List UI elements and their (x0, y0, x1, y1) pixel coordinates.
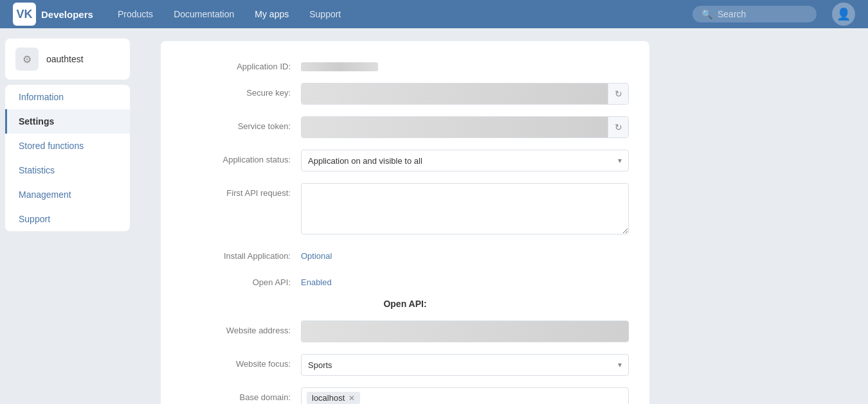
website-focus-row: Website focus: Sports ▾ (181, 354, 629, 376)
application-status-row: Application status: Application on and v… (181, 150, 629, 171)
sidebar-item-stored-functions[interactable]: Stored functions (5, 134, 130, 158)
website-address-value (302, 321, 629, 342)
install-application-row: Install Application: Optional (181, 246, 629, 261)
search-input[interactable] (718, 9, 808, 19)
first-api-request-textarea[interactable] (301, 183, 629, 234)
application-id-row: Application ID: (181, 57, 629, 71)
open-api-label: Open API: (181, 272, 291, 287)
chevron-down-icon: ▾ (618, 156, 622, 165)
secure-key-label: Secure key: (181, 83, 291, 98)
nav-products[interactable]: Products (109, 5, 162, 23)
nav-my-apps[interactable]: My apps (246, 5, 298, 23)
sidebar-nav: Information Settings Stored functions St… (5, 85, 130, 231)
sidebar-item-management[interactable]: Management (5, 182, 130, 207)
secure-key-row: Secure key: ↻ (181, 83, 629, 105)
application-id-value (301, 62, 378, 71)
service-token-refresh-button[interactable]: ↻ (608, 117, 628, 137)
application-id-label: Application ID: (181, 57, 291, 71)
page: ⚙ oauthtest Information Settings Stored … (0, 28, 868, 404)
application-status-label: Application status: (181, 150, 291, 164)
application-status-value: Application on and visible to all (308, 156, 422, 166)
base-domain-row: Base domain: localhost ✕ (181, 387, 629, 404)
header-logo[interactable]: VK Developers (13, 3, 93, 26)
avatar-button[interactable]: 👤 (832, 3, 855, 26)
base-domain-tag: localhost ✕ (307, 392, 360, 404)
base-domain-input[interactable]: localhost ✕ (301, 387, 629, 404)
open-api-row: Open API: Enabled (181, 272, 629, 287)
website-focus-label: Website focus: (181, 354, 291, 369)
install-application-label: Install Application: (181, 246, 291, 261)
vk-icon: VK (13, 3, 36, 26)
base-domain-label: Base domain: (181, 387, 291, 402)
service-token-input-wrapper: ↻ (301, 116, 629, 138)
base-domain-tag-remove[interactable]: ✕ (348, 394, 355, 402)
sidebar-item-settings[interactable]: Settings (5, 109, 130, 134)
service-token-label: Service token: (181, 116, 291, 131)
header-app-name: Developers (41, 9, 93, 20)
secure-key-input-wrapper: ↻ (301, 83, 629, 105)
nav-documentation[interactable]: Documentation (165, 5, 243, 23)
chevron-down-icon: ▾ (618, 360, 622, 369)
application-status-select[interactable]: Application on and visible to all ▾ (301, 150, 629, 171)
search-icon: 🔍 (701, 9, 712, 19)
nav-support[interactable]: Support (300, 5, 350, 23)
header-nav: Products Documentation My apps Support (109, 5, 677, 23)
sidebar-item-statistics[interactable]: Statistics (5, 158, 130, 182)
sidebar-item-support[interactable]: Support (5, 207, 130, 231)
website-address-input-wrapper (301, 321, 629, 342)
website-address-label: Website address: (181, 321, 291, 335)
app-name: oauthtest (46, 54, 84, 64)
open-api-value[interactable]: Enabled (301, 272, 332, 287)
website-address-row: Website address: (181, 321, 629, 342)
website-focus-value: Sports (308, 360, 332, 370)
search-bar: 🔍 (692, 6, 817, 22)
website-focus-select[interactable]: Sports ▾ (301, 354, 629, 376)
secure-key-value (302, 83, 608, 104)
app-settings-icon: ⚙ (15, 48, 39, 71)
sidebar-item-information[interactable]: Information (5, 85, 130, 109)
install-application-value[interactable]: Optional (301, 246, 332, 261)
header: VK Developers Products Documentation My … (0, 0, 868, 28)
base-domain-tag-value: localhost (312, 393, 345, 403)
app-card: ⚙ oauthtest (5, 39, 130, 80)
first-api-request-label: First API request: (181, 183, 291, 198)
service-token-value (302, 117, 608, 137)
secure-key-refresh-button[interactable]: ↻ (608, 83, 628, 104)
sidebar: ⚙ oauthtest Information Settings Stored … (0, 28, 135, 404)
service-token-row: Service token: ↻ (181, 116, 629, 138)
open-api-section-heading: Open API: (181, 299, 629, 309)
main-content: Application ID: Secure key: ↻ Service to… (135, 28, 868, 404)
settings-card: Application ID: Secure key: ↻ Service to… (161, 41, 649, 404)
first-api-request-row: First API request: (181, 183, 629, 234)
